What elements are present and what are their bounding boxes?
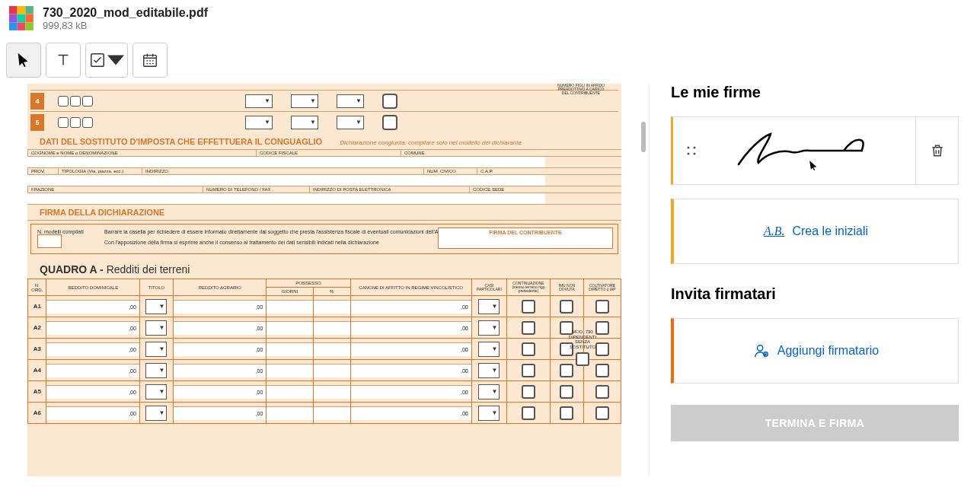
dropdown[interactable]: ▼ xyxy=(478,363,500,378)
checkbox[interactable] xyxy=(82,96,93,107)
text-tool-button[interactable] xyxy=(46,43,81,78)
dropdown[interactable]: ▼ xyxy=(145,342,167,357)
svg-rect-1 xyxy=(18,6,26,14)
mod730-checkbox[interactable] xyxy=(576,352,589,366)
numeric-input[interactable]: ,00 xyxy=(174,385,266,399)
file-size: 999,83 kB xyxy=(43,20,208,32)
numeric-input[interactable] xyxy=(314,321,350,335)
svg-point-15 xyxy=(757,345,762,351)
dropdown[interactable]: ▼ xyxy=(145,363,167,378)
svg-rect-7 xyxy=(18,22,26,30)
dropdown[interactable]: ▼ xyxy=(245,94,273,108)
numeric-input[interactable]: ,00 xyxy=(46,321,139,335)
numeric-input[interactable] xyxy=(267,300,312,314)
delete-signature-button[interactable] xyxy=(915,117,958,184)
dropdown[interactable]: ▼ xyxy=(291,116,318,129)
dropdown[interactable]: ▼ xyxy=(478,320,500,336)
checkbox[interactable] xyxy=(82,117,93,128)
checkbox[interactable] xyxy=(382,115,397,130)
numeric-input[interactable]: ,00 xyxy=(46,300,139,314)
checkbox[interactable] xyxy=(522,300,535,314)
numeric-input[interactable]: ,00 xyxy=(174,342,266,356)
checkbox[interactable] xyxy=(522,321,535,335)
numeric-input[interactable]: ,00 xyxy=(351,406,471,420)
checkbox[interactable] xyxy=(382,94,397,109)
numeric-input[interactable]: ,00 xyxy=(351,321,471,335)
svg-rect-2 xyxy=(25,6,34,14)
numeric-input[interactable] xyxy=(314,342,350,356)
svg-point-11 xyxy=(688,147,690,149)
dropdown[interactable]: ▼ xyxy=(145,406,167,421)
create-initials-button[interactable]: A.B. Crea le iniziali xyxy=(671,199,959,264)
numeric-input[interactable]: ,00 xyxy=(351,364,471,377)
numeric-input[interactable]: ,00 xyxy=(46,342,139,356)
checkbox[interactable] xyxy=(595,300,609,314)
numeric-input[interactable]: ,00 xyxy=(46,385,139,399)
pdf-page: NUMERO FIGLI IN AFFIDO PREADOTTIVO A CAR… xyxy=(27,84,621,476)
numeric-input[interactable]: ,00 xyxy=(174,364,266,377)
checkbox[interactable] xyxy=(522,342,535,356)
numeric-input[interactable] xyxy=(314,406,350,420)
text-field[interactable] xyxy=(27,175,545,186)
numeric-input[interactable]: ,00 xyxy=(174,406,266,420)
checkbox[interactable] xyxy=(595,406,609,420)
dropdown[interactable]: ▼ xyxy=(145,320,167,336)
nmodelli-input[interactable] xyxy=(37,234,62,248)
text-field[interactable] xyxy=(27,193,545,204)
numeric-input[interactable]: ,00 xyxy=(351,342,471,356)
dropdown[interactable]: ▼ xyxy=(478,342,500,357)
date-tool-button[interactable] xyxy=(132,43,168,78)
checkbox[interactable] xyxy=(560,300,573,314)
numeric-input[interactable] xyxy=(267,385,312,399)
numeric-input[interactable] xyxy=(267,321,312,335)
scrollbar[interactable] xyxy=(641,84,646,476)
dropdown[interactable]: ▼ xyxy=(337,94,364,108)
cursor-tool-button[interactable] xyxy=(6,43,41,78)
checkbox[interactable] xyxy=(522,364,535,377)
numeric-input[interactable] xyxy=(267,342,312,356)
svg-rect-8 xyxy=(25,22,34,30)
checkbox[interactable] xyxy=(58,117,69,128)
numeric-input[interactable] xyxy=(314,385,350,399)
svg-point-12 xyxy=(694,147,696,149)
checkbox[interactable] xyxy=(522,406,535,420)
document-viewer[interactable]: NUMERO FIGLI IN AFFIDO PREADOTTIVO A CAR… xyxy=(0,84,649,476)
finish-sign-button[interactable]: TERMINA E FIRMA xyxy=(671,405,959,441)
contribuente-sign-area[interactable]: FIRMA DEL CONTRIBUENTE xyxy=(438,228,613,249)
checkbox[interactable] xyxy=(58,96,69,107)
text-field[interactable] xyxy=(27,157,545,167)
checkbox[interactable] xyxy=(70,117,81,128)
dropdown[interactable]: ▼ xyxy=(145,384,167,399)
numeric-input[interactable] xyxy=(267,364,312,377)
signature-card[interactable] xyxy=(671,116,959,185)
file-name: 730_2020_mod_editabile.pdf xyxy=(43,5,208,20)
firma-title: FIRMA DELLA DICHIARAZIONE xyxy=(27,205,621,221)
dropdown[interactable]: ▼ xyxy=(291,94,318,108)
dropdown[interactable]: ▼ xyxy=(145,299,167,314)
numeric-input[interactable]: ,00 xyxy=(174,321,266,335)
checkbox[interactable] xyxy=(560,385,573,399)
checkbox-tool-button[interactable] xyxy=(85,43,128,78)
checkbox[interactable] xyxy=(595,385,609,399)
numeric-input[interactable]: ,00 xyxy=(351,385,471,399)
scrollbar-thumb[interactable] xyxy=(641,122,646,152)
dropdown[interactable]: ▼ xyxy=(478,406,500,421)
dropdown[interactable]: ▼ xyxy=(478,384,500,399)
family-row-4: 4 ▼▼▼ xyxy=(30,90,618,111)
checkbox[interactable] xyxy=(560,406,573,420)
numeric-input[interactable] xyxy=(314,300,350,314)
dropdown[interactable]: ▼ xyxy=(245,116,273,129)
drag-handle-icon[interactable] xyxy=(673,145,710,156)
checkbox[interactable] xyxy=(70,96,81,107)
numeric-input[interactable] xyxy=(267,406,312,420)
numeric-input[interactable] xyxy=(314,364,350,377)
numeric-input[interactable]: ,00 xyxy=(46,364,139,377)
add-signer-button[interactable]: Aggiungi firmatario xyxy=(671,318,959,384)
numeric-input[interactable]: ,00 xyxy=(46,406,139,420)
dropdown[interactable]: ▼ xyxy=(478,299,500,314)
dropdown[interactable]: ▼ xyxy=(337,116,364,129)
mod730-box: MOD. 730 DIPENDENTI SENZA SOSTITUTO xyxy=(563,329,602,366)
numeric-input[interactable]: ,00 xyxy=(174,300,266,314)
checkbox[interactable] xyxy=(522,385,535,399)
numeric-input[interactable]: ,00 xyxy=(351,300,471,314)
